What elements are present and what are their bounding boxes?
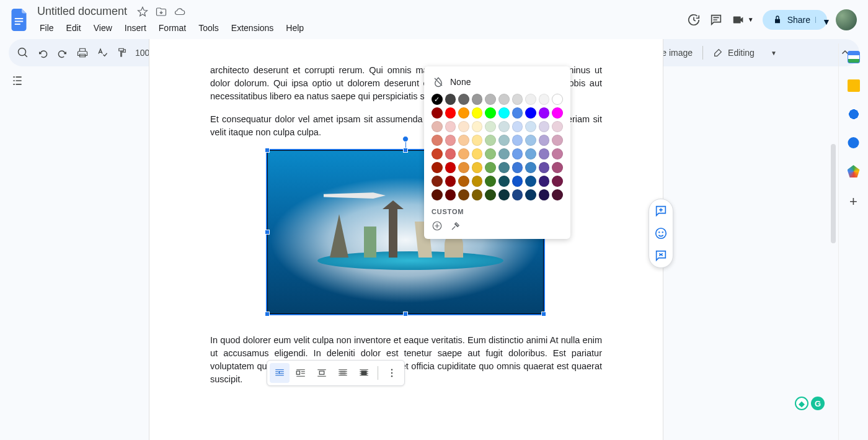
eyedropper-button[interactable]: [450, 220, 461, 231]
color-swatch[interactable]: [432, 148, 443, 159]
color-swatch[interactable]: [432, 121, 443, 132]
color-swatch[interactable]: [552, 148, 563, 159]
wrap-more-button[interactable]: [382, 363, 402, 383]
color-swatch[interactable]: [458, 148, 469, 159]
color-swatch[interactable]: [432, 176, 443, 187]
color-swatch[interactable]: [539, 189, 550, 200]
color-swatch[interactable]: [539, 148, 550, 159]
color-swatch[interactable]: [525, 135, 536, 146]
resize-handle[interactable]: [541, 312, 546, 317]
color-swatch[interactable]: [498, 135, 510, 146]
color-swatch[interactable]: [498, 176, 510, 187]
color-swatch[interactable]: [485, 121, 496, 132]
color-swatch[interactable]: [525, 189, 536, 200]
color-swatch[interactable]: [485, 189, 496, 200]
color-swatch[interactable]: [552, 176, 563, 187]
color-swatch[interactable]: [445, 176, 456, 187]
color-swatch[interactable]: [445, 148, 456, 159]
menu-tools[interactable]: Tools: [193, 20, 224, 35]
color-swatch[interactable]: [458, 107, 469, 119]
color-swatch[interactable]: [458, 121, 469, 132]
docs-logo[interactable]: [9, 9, 31, 31]
color-swatch[interactable]: [472, 189, 483, 200]
color-swatch[interactable]: [512, 148, 523, 159]
contacts-app-icon[interactable]: [848, 137, 860, 149]
color-swatch[interactable]: [525, 176, 536, 187]
color-swatch[interactable]: [445, 94, 456, 105]
redo-button[interactable]: [53, 43, 72, 62]
color-swatch[interactable]: [458, 162, 469, 173]
hide-side-panel-button[interactable]: [849, 423, 858, 431]
resize-handle[interactable]: [265, 312, 270, 317]
resize-handle[interactable]: [403, 148, 408, 153]
color-swatch[interactable]: [485, 135, 496, 146]
scrollbar[interactable]: [831, 68, 836, 434]
add-emoji-icon[interactable]: [654, 227, 668, 240]
color-swatch[interactable]: [498, 121, 510, 132]
color-swatch[interactable]: [445, 189, 456, 200]
add-custom-color-button[interactable]: [432, 220, 443, 231]
color-swatch[interactable]: [445, 121, 456, 132]
cloud-status-icon[interactable]: [174, 6, 185, 17]
color-swatch[interactable]: [472, 135, 483, 146]
color-swatch[interactable]: [539, 121, 550, 132]
color-swatch[interactable]: [539, 107, 550, 119]
menu-extensions[interactable]: Extensions: [226, 20, 278, 35]
color-swatch[interactable]: [498, 148, 510, 159]
color-swatch[interactable]: [512, 135, 523, 146]
wrap-front-button[interactable]: [354, 363, 374, 383]
menu-insert[interactable]: Insert: [120, 20, 151, 35]
color-swatch[interactable]: [445, 107, 456, 119]
color-swatch[interactable]: [445, 162, 456, 173]
comments-icon[interactable]: [709, 13, 723, 27]
print-button[interactable]: [73, 43, 92, 62]
color-swatch[interactable]: [498, 162, 510, 173]
menu-view[interactable]: View: [89, 20, 117, 35]
meet-button[interactable]: ▼: [732, 13, 754, 27]
menu-edit[interactable]: Edit: [61, 20, 86, 35]
color-swatch[interactable]: [472, 148, 483, 159]
wrap-text-button[interactable]: [291, 363, 311, 383]
wrap-break-button[interactable]: [312, 363, 332, 383]
color-swatch[interactable]: [498, 94, 510, 105]
color-swatch[interactable]: [498, 107, 510, 119]
search-menus-button[interactable]: [14, 43, 32, 62]
color-swatch[interactable]: [552, 162, 563, 173]
resize-handle[interactable]: [265, 148, 270, 153]
menu-format[interactable]: Format: [154, 20, 191, 35]
color-swatch[interactable]: [458, 94, 469, 105]
editing-mode-button[interactable]: Editing ▼: [707, 45, 783, 60]
color-swatch[interactable]: [539, 176, 550, 187]
maps-app-icon[interactable]: [848, 165, 860, 177]
extension-badge[interactable]: G: [811, 397, 825, 410]
color-swatch[interactable]: [512, 189, 523, 200]
color-swatch[interactable]: [525, 162, 536, 173]
color-swatch[interactable]: [539, 94, 550, 105]
color-swatch[interactable]: [512, 162, 523, 173]
color-swatch[interactable]: [512, 107, 523, 119]
rotate-handle[interactable]: [402, 136, 409, 142]
color-swatch[interactable]: [512, 94, 523, 105]
move-icon[interactable]: [156, 6, 167, 17]
paint-format-button[interactable]: [113, 43, 131, 62]
color-swatch[interactable]: [432, 94, 443, 105]
color-swatch[interactable]: [539, 135, 550, 146]
resize-handle[interactable]: [265, 230, 270, 235]
color-swatch[interactable]: [498, 189, 510, 200]
tasks-app-icon[interactable]: [848, 108, 860, 120]
color-swatch[interactable]: [485, 107, 496, 119]
color-none-option[interactable]: None: [432, 73, 563, 94]
color-swatch[interactable]: [458, 135, 469, 146]
keep-app-icon[interactable]: [848, 79, 860, 92]
spellcheck-button[interactable]: [93, 43, 112, 62]
color-swatch[interactable]: [485, 176, 496, 187]
undo-button[interactable]: [33, 43, 52, 62]
document-title[interactable]: Untitled document: [35, 4, 130, 19]
color-swatch[interactable]: [552, 94, 563, 105]
color-swatch[interactable]: [472, 162, 483, 173]
color-swatch[interactable]: [472, 107, 483, 119]
color-swatch[interactable]: [432, 135, 443, 146]
color-swatch[interactable]: [552, 107, 563, 119]
share-caret-icon[interactable]: ▼: [815, 17, 822, 23]
color-swatch[interactable]: [552, 189, 563, 200]
